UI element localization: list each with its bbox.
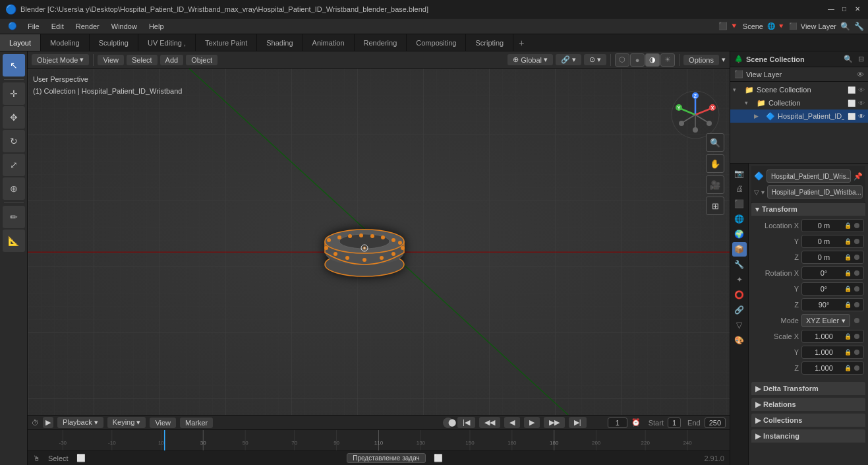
- lock-rz-icon[interactable]: 🔒: [844, 301, 852, 308]
- minimize-button[interactable]: —: [826, 4, 836, 15]
- keyframe-dot-ly[interactable]: [854, 239, 859, 244]
- menu-help[interactable]: Help: [144, 21, 169, 32]
- zoom-in-button[interactable]: 🔍: [706, 133, 724, 152]
- outliner-row-scene-collection[interactable]: ▾ 📁 Scene Collection ⬜ 👁: [730, 83, 868, 96]
- select-tool-button[interactable]: ↖: [3, 54, 25, 77]
- rotate-tool-button[interactable]: ↻: [3, 130, 25, 152]
- tab-modeling[interactable]: Modeling: [41, 34, 90, 51]
- tab-scripting[interactable]: Scripting: [466, 34, 513, 51]
- keyframe-indicator-button[interactable]: ⬤: [443, 418, 453, 428]
- maximize-button[interactable]: □: [839, 4, 850, 15]
- location-x-field[interactable]: 0 m 🔒: [801, 219, 864, 232]
- lock-ry-icon[interactable]: 🔒: [844, 286, 852, 292]
- prop-icon-material[interactable]: 🎨: [732, 333, 747, 348]
- measure-tool-button[interactable]: 📐: [3, 230, 25, 252]
- hide-icon-c[interactable]: ⬜: [847, 99, 856, 108]
- play-forward-button[interactable]: ▶: [524, 417, 540, 428]
- play-button[interactable]: ▶: [43, 417, 53, 428]
- tab-sculpting[interactable]: Sculpting: [90, 34, 138, 51]
- tab-layout[interactable]: Layout: [0, 34, 41, 51]
- filter-icon-outliner[interactable]: ⊟: [858, 55, 864, 63]
- outliner-row-mesh[interactable]: ▶ 🔷 Hospital_Patient_ID_Wris... ⬜ 👁: [730, 109, 868, 123]
- scale-tool-button[interactable]: ⤢: [3, 154, 25, 176]
- tab-uv-editing[interactable]: UV Editing ,: [138, 34, 196, 51]
- filter-icon[interactable]: 🔧: [854, 22, 864, 31]
- solid-shading-button[interactable]: ●: [630, 53, 645, 67]
- marker-menu-button[interactable]: Marker: [180, 418, 213, 428]
- jump-end-button[interactable]: ▶|: [569, 417, 587, 428]
- pan-button[interactable]: ✋: [706, 154, 724, 173]
- add-workspace-button[interactable]: +: [513, 34, 529, 51]
- rotation-x-field[interactable]: 0° 🔒: [801, 266, 864, 280]
- viewport-canvas[interactable]: User Perspective (1) Collection | Hospit…: [28, 69, 730, 415]
- expand-icon-coll[interactable]: ▾: [745, 100, 754, 106]
- search-icon[interactable]: 🔍: [840, 22, 850, 31]
- current-frame-field[interactable]: 1: [608, 418, 627, 428]
- eye-icon-vl[interactable]: 👁: [857, 71, 864, 78]
- keyframe-dot-lz[interactable]: [854, 255, 859, 260]
- expand-icon[interactable]: ▾: [733, 86, 742, 93]
- obj-mesh-field[interactable]: Hospital_Patient_ID_Wristba...: [767, 185, 863, 199]
- prop-icon-world[interactable]: 🌍: [732, 227, 747, 241]
- annotate-tool-button[interactable]: ✏: [3, 206, 25, 228]
- keyframe-dot-rz[interactable]: [854, 302, 859, 307]
- rotation-mode-select[interactable]: XYZ Euler ▾: [801, 314, 850, 327]
- tab-animation[interactable]: Animation: [303, 34, 355, 51]
- keyframe-dot-sy[interactable]: [854, 350, 859, 355]
- lock-x-icon[interactable]: 🔒: [844, 222, 852, 229]
- hide-icon-sc[interactable]: ⬜: [847, 86, 856, 94]
- keyframe-dot-sz[interactable]: [854, 365, 859, 371]
- prop-icon-particles[interactable]: ✦: [732, 272, 747, 287]
- playback-menu-button[interactable]: Playback ▾: [57, 417, 103, 428]
- wireframe-shading-button[interactable]: ⬡: [615, 53, 629, 67]
- end-frame-field[interactable]: 250: [705, 418, 726, 428]
- menu-render[interactable]: Render: [71, 21, 105, 32]
- prop-icon-physics[interactable]: ⭕: [732, 288, 747, 302]
- prop-icon-output[interactable]: 🖨: [732, 181, 747, 196]
- object-menu-button[interactable]: Object: [186, 55, 217, 65]
- location-y-field[interactable]: 0 m 🔒: [801, 235, 864, 248]
- menu-edit[interactable]: Edit: [46, 21, 69, 32]
- scale-x-field[interactable]: 1.000 🔒: [801, 330, 864, 343]
- instancing-header[interactable]: ▶ Instancing: [751, 429, 865, 443]
- snap-button[interactable]: 🔗 ▾: [556, 54, 581, 65]
- options-button[interactable]: Options: [683, 55, 719, 65]
- select-menu-button[interactable]: Select: [127, 55, 158, 65]
- expand-icon-mesh[interactable]: ▶: [754, 113, 763, 119]
- object-mode-button[interactable]: Object Mode ▾: [32, 54, 89, 65]
- lock-sy-icon[interactable]: 🔒: [844, 349, 852, 356]
- tab-texture-paint[interactable]: Texture Paint: [196, 34, 257, 51]
- collections-header[interactable]: ▶ Collections: [751, 414, 865, 427]
- eye-icon-sc[interactable]: 👁: [857, 86, 865, 94]
- keyframe-dot-ry[interactable]: [854, 286, 859, 292]
- prop-icon-modifiers[interactable]: 🔧: [732, 257, 747, 272]
- search-icon-outliner[interactable]: 🔍: [844, 55, 853, 63]
- rotation-z-field[interactable]: 90° 🔒: [801, 298, 864, 311]
- tab-shading[interactable]: Shading: [257, 34, 303, 51]
- tab-rendering[interactable]: Rendering: [355, 34, 407, 51]
- start-frame-field[interactable]: 1: [668, 418, 681, 428]
- lock-sx-icon[interactable]: 🔒: [844, 333, 852, 340]
- relations-header[interactable]: ▶ Relations: [751, 398, 865, 411]
- task-view-button[interactable]: Представление задач: [347, 453, 425, 463]
- prop-icon-scene[interactable]: 🌐: [732, 212, 747, 226]
- transform-tool-button[interactable]: ⊕: [3, 177, 25, 200]
- keyframe-dot-rx[interactable]: [854, 270, 859, 276]
- transform-header[interactable]: ▾ Transform: [751, 202, 865, 216]
- delta-transform-header[interactable]: ▶ Delta Transform: [751, 382, 865, 395]
- eye-icon-m[interactable]: 👁: [857, 112, 865, 121]
- keyframe-dot-lx[interactable]: [854, 223, 859, 228]
- add-menu-button[interactable]: Add: [160, 55, 184, 65]
- material-shading-button[interactable]: ◑: [645, 53, 660, 67]
- view-menu-button[interactable]: View: [98, 55, 124, 65]
- blender-menu-logo[interactable]: 🔵: [4, 20, 21, 32]
- cursor-tool-button[interactable]: ✛: [3, 82, 25, 105]
- rotation-y-field[interactable]: 0° 🔒: [801, 282, 864, 295]
- timeline-track[interactable]: -30 -10 10 30 50 70 90 110 130: [28, 430, 730, 450]
- prev-keyframe-button[interactable]: ◀◀: [479, 417, 500, 428]
- grid-button[interactable]: ⊞: [706, 197, 724, 215]
- move-tool-button[interactable]: ✥: [3, 106, 25, 129]
- tab-compositing[interactable]: Compositing: [407, 34, 466, 51]
- lock-y-icon[interactable]: 🔒: [844, 238, 852, 245]
- scale-y-field[interactable]: 1.000 🔒: [801, 346, 864, 359]
